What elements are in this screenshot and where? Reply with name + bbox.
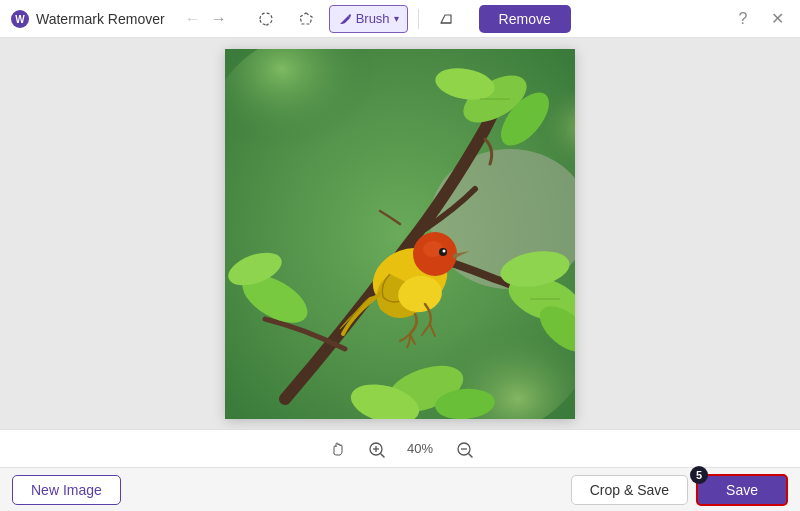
main-image [225, 49, 575, 419]
new-image-button[interactable]: New Image [12, 475, 121, 505]
brush-icon [338, 12, 352, 26]
footer-right: Crop & Save 5 Save [571, 474, 788, 506]
step-badge: 5 [690, 466, 708, 484]
canvas-area [0, 38, 800, 429]
hand-icon [327, 440, 345, 458]
polygon-tool-button[interactable] [289, 5, 323, 33]
brush-tool-button[interactable]: Brush ▾ [329, 5, 408, 33]
toolbar-divider [418, 9, 419, 29]
brush-dropdown-arrow: ▾ [394, 13, 399, 24]
svg-line-30 [381, 454, 384, 457]
title-bar: W Watermark Remover ← → [0, 0, 800, 38]
zoom-out-button[interactable] [450, 435, 478, 463]
footer: New Image Crop & Save 5 Save [0, 467, 800, 511]
save-button[interactable]: Save [696, 474, 788, 506]
zoom-level: 40% [402, 441, 438, 456]
crop-save-button[interactable]: Crop & Save [571, 475, 688, 505]
nav-controls: ← → [181, 7, 231, 31]
svg-text:W: W [15, 14, 25, 25]
eraser-tool-button[interactable] [429, 5, 463, 33]
image-container [225, 49, 575, 419]
lasso-icon [258, 11, 274, 27]
save-button-wrapper: 5 Save [696, 474, 788, 506]
zoom-in-icon [367, 440, 385, 458]
svg-point-26 [443, 249, 446, 252]
eraser-icon [438, 11, 454, 27]
hand-tool-button[interactable] [322, 435, 350, 463]
zoom-in-button[interactable] [362, 435, 390, 463]
undo-button[interactable]: ← [181, 7, 205, 31]
remove-button[interactable]: Remove [479, 5, 571, 33]
app-title: Watermark Remover [36, 11, 165, 27]
title-right: ? ✕ [730, 6, 790, 32]
help-button[interactable]: ? [730, 6, 756, 32]
toolbar: Brush ▾ [249, 5, 463, 33]
svg-line-33 [469, 454, 472, 457]
title-left: W Watermark Remover ← → [10, 5, 571, 33]
zoom-out-icon [455, 440, 473, 458]
lasso-tool-button[interactable] [249, 5, 283, 33]
polygon-icon [298, 11, 314, 27]
zoom-bar: 40% [0, 429, 800, 467]
redo-button[interactable]: → [207, 7, 231, 31]
close-button[interactable]: ✕ [764, 6, 790, 32]
app-logo-icon: W [10, 9, 30, 29]
